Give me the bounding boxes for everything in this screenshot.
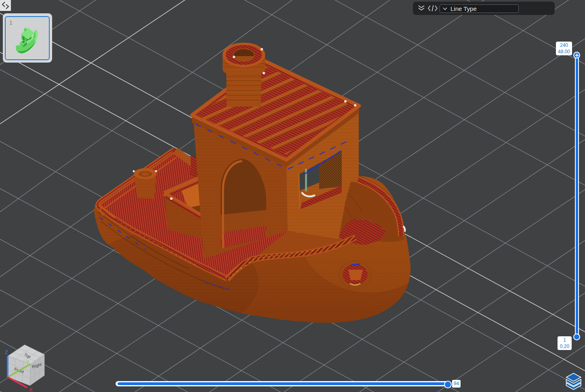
svg-text:Z: Z <box>5 349 8 355</box>
svg-text:X: X <box>29 387 33 392</box>
svg-text:Y: Y <box>26 359 29 365</box>
